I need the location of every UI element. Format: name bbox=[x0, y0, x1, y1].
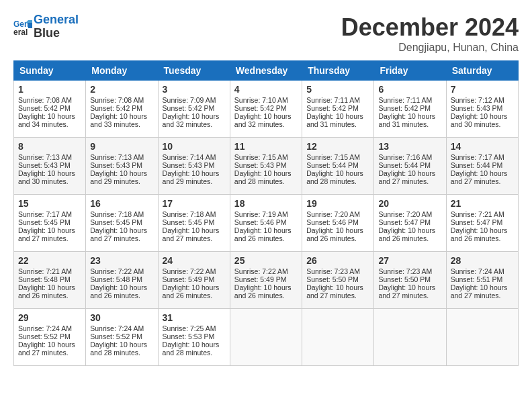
table-row: 14Sunrise: 7:17 AMSunset: 5:44 PMDayligh… bbox=[446, 138, 518, 195]
daylight-text: Daylight: 10 hours and 26 minutes. bbox=[163, 283, 226, 300]
col-friday: Friday bbox=[374, 61, 446, 81]
daylight-text: Daylight: 10 hours and 29 minutes. bbox=[163, 169, 226, 185]
table-row: 26Sunrise: 7:23 AMSunset: 5:50 PMDayligh… bbox=[302, 252, 374, 309]
table-row: 22Sunrise: 7:21 AMSunset: 5:48 PMDayligh… bbox=[14, 252, 86, 309]
page-header: Gen eral GeneralBlue December 2024 Dengj… bbox=[13, 13, 519, 54]
day-number: 19 bbox=[306, 198, 369, 209]
table-row: 3Sunrise: 7:09 AMSunset: 5:42 PMDaylight… bbox=[158, 81, 230, 138]
sunrise-text: Sunrise: 7:23 AM bbox=[306, 267, 369, 275]
sunrise-text: Sunrise: 7:20 AM bbox=[378, 210, 441, 218]
day-number: 21 bbox=[451, 198, 514, 209]
day-number: 15 bbox=[18, 198, 81, 209]
sunset-text: Sunset: 5:50 PM bbox=[378, 275, 441, 283]
day-number: 4 bbox=[234, 84, 298, 95]
sunset-text: Sunset: 5:43 PM bbox=[451, 104, 514, 112]
daylight-text: Daylight: 10 hours and 27 minutes. bbox=[18, 226, 81, 242]
sunset-text: Sunset: 5:43 PM bbox=[163, 161, 226, 169]
sunrise-text: Sunrise: 7:15 AM bbox=[306, 153, 369, 161]
sunrise-text: Sunrise: 7:16 AM bbox=[378, 153, 441, 161]
daylight-text: Daylight: 10 hours and 27 minutes. bbox=[451, 283, 514, 300]
sunrise-text: Sunrise: 7:10 AM bbox=[234, 96, 298, 104]
day-number: 18 bbox=[234, 198, 298, 209]
daylight-text: Daylight: 10 hours and 27 minutes. bbox=[18, 340, 81, 357]
sunrise-text: Sunrise: 7:18 AM bbox=[163, 210, 226, 218]
sunrise-text: Sunrise: 7:18 AM bbox=[90, 210, 153, 218]
svg-text:eral: eral bbox=[13, 28, 28, 36]
sunrise-text: Sunrise: 7:08 AM bbox=[18, 96, 81, 104]
header-row: Sunday Monday Tuesday Wednesday Thursday… bbox=[14, 61, 519, 81]
sunset-text: Sunset: 5:42 PM bbox=[306, 104, 369, 112]
daylight-text: Daylight: 10 hours and 28 minutes. bbox=[163, 340, 226, 357]
calendar-week-1: 1Sunrise: 7:08 AMSunset: 5:42 PMDaylight… bbox=[14, 81, 519, 138]
sunset-text: Sunset: 5:53 PM bbox=[163, 332, 226, 340]
day-number: 29 bbox=[18, 312, 81, 323]
daylight-text: Daylight: 10 hours and 31 minutes. bbox=[306, 112, 369, 128]
table-row: 31Sunrise: 7:25 AMSunset: 5:53 PMDayligh… bbox=[158, 309, 230, 366]
table-row: 6Sunrise: 7:11 AMSunset: 5:42 PMDaylight… bbox=[374, 81, 446, 138]
calendar-week-2: 8Sunrise: 7:13 AMSunset: 5:43 PMDaylight… bbox=[14, 138, 519, 195]
daylight-text: Daylight: 10 hours and 26 minutes. bbox=[234, 226, 298, 242]
daylight-text: Daylight: 10 hours and 34 minutes. bbox=[18, 112, 81, 128]
sunrise-text: Sunrise: 7:22 AM bbox=[163, 267, 226, 275]
day-number: 7 bbox=[451, 84, 514, 95]
sunset-text: Sunset: 5:47 PM bbox=[451, 218, 514, 226]
table-row: 17Sunrise: 7:18 AMSunset: 5:45 PMDayligh… bbox=[158, 195, 230, 252]
daylight-text: Daylight: 10 hours and 32 minutes. bbox=[234, 112, 298, 128]
sunset-text: Sunset: 5:49 PM bbox=[163, 275, 226, 283]
daylight-text: Daylight: 10 hours and 28 minutes. bbox=[306, 169, 369, 185]
daylight-text: Daylight: 10 hours and 26 minutes. bbox=[451, 226, 514, 242]
day-number: 5 bbox=[306, 84, 369, 95]
table-row: 7Sunrise: 7:12 AMSunset: 5:43 PMDaylight… bbox=[446, 81, 518, 138]
table-row: 1Sunrise: 7:08 AMSunset: 5:42 PMDaylight… bbox=[14, 81, 86, 138]
day-number: 1 bbox=[18, 84, 81, 95]
day-number: 27 bbox=[378, 255, 441, 266]
sunrise-text: Sunrise: 7:11 AM bbox=[306, 96, 369, 104]
sunrise-text: Sunrise: 7:17 AM bbox=[451, 153, 514, 161]
daylight-text: Daylight: 10 hours and 27 minutes. bbox=[90, 226, 153, 242]
logo-text: GeneralBlue bbox=[34, 13, 79, 40]
sunrise-text: Sunrise: 7:24 AM bbox=[451, 267, 514, 275]
table-row: 10Sunrise: 7:14 AMSunset: 5:43 PMDayligh… bbox=[158, 138, 230, 195]
daylight-text: Daylight: 10 hours and 27 minutes. bbox=[163, 226, 226, 242]
col-tuesday: Tuesday bbox=[158, 61, 230, 81]
sunset-text: Sunset: 5:45 PM bbox=[163, 218, 226, 226]
table-row: 28Sunrise: 7:24 AMSunset: 5:51 PMDayligh… bbox=[446, 252, 518, 309]
sunset-text: Sunset: 5:42 PM bbox=[378, 104, 441, 112]
sunrise-text: Sunrise: 7:11 AM bbox=[378, 96, 441, 104]
day-number: 20 bbox=[378, 198, 441, 209]
day-number: 30 bbox=[90, 312, 153, 323]
table-row: 30Sunrise: 7:24 AMSunset: 5:52 PMDayligh… bbox=[86, 309, 158, 366]
table-row: 13Sunrise: 7:16 AMSunset: 5:44 PMDayligh… bbox=[374, 138, 446, 195]
table-row: 4Sunrise: 7:10 AMSunset: 5:42 PMDaylight… bbox=[230, 81, 302, 138]
day-number: 6 bbox=[378, 84, 441, 95]
table-row: 23Sunrise: 7:22 AMSunset: 5:48 PMDayligh… bbox=[86, 252, 158, 309]
sunset-text: Sunset: 5:42 PM bbox=[18, 104, 81, 112]
daylight-text: Daylight: 10 hours and 26 minutes. bbox=[306, 226, 369, 242]
table-row: 20Sunrise: 7:20 AMSunset: 5:47 PMDayligh… bbox=[374, 195, 446, 252]
daylight-text: Daylight: 10 hours and 27 minutes. bbox=[306, 283, 369, 300]
day-number: 16 bbox=[90, 198, 153, 209]
table-row: 12Sunrise: 7:15 AMSunset: 5:44 PMDayligh… bbox=[302, 138, 374, 195]
sunset-text: Sunset: 5:44 PM bbox=[378, 161, 441, 169]
sunset-text: Sunset: 5:43 PM bbox=[234, 161, 298, 169]
day-number: 24 bbox=[163, 255, 226, 266]
daylight-text: Daylight: 10 hours and 30 minutes. bbox=[18, 169, 81, 185]
location-title: Dengjiapu, Hunan, China bbox=[341, 42, 519, 54]
sunset-text: Sunset: 5:42 PM bbox=[163, 104, 226, 112]
sunrise-text: Sunrise: 7:25 AM bbox=[163, 324, 226, 332]
sunrise-text: Sunrise: 7:22 AM bbox=[234, 267, 298, 275]
table-row bbox=[374, 309, 446, 366]
table-row: 27Sunrise: 7:23 AMSunset: 5:50 PMDayligh… bbox=[374, 252, 446, 309]
sunset-text: Sunset: 5:44 PM bbox=[306, 161, 369, 169]
logo-icon: Gen eral bbox=[13, 17, 32, 36]
month-title: December 2024 bbox=[341, 13, 519, 42]
logo: Gen eral GeneralBlue bbox=[13, 13, 79, 40]
sunset-text: Sunset: 5:48 PM bbox=[90, 275, 153, 283]
sunset-text: Sunset: 5:45 PM bbox=[90, 218, 153, 226]
table-row: 19Sunrise: 7:20 AMSunset: 5:46 PMDayligh… bbox=[302, 195, 374, 252]
sunrise-text: Sunrise: 7:17 AM bbox=[18, 210, 81, 218]
table-row: 9Sunrise: 7:13 AMSunset: 5:43 PMDaylight… bbox=[86, 138, 158, 195]
sunset-text: Sunset: 5:43 PM bbox=[90, 161, 153, 169]
daylight-text: Daylight: 10 hours and 32 minutes. bbox=[163, 112, 226, 128]
daylight-text: Daylight: 10 hours and 26 minutes. bbox=[234, 283, 298, 300]
